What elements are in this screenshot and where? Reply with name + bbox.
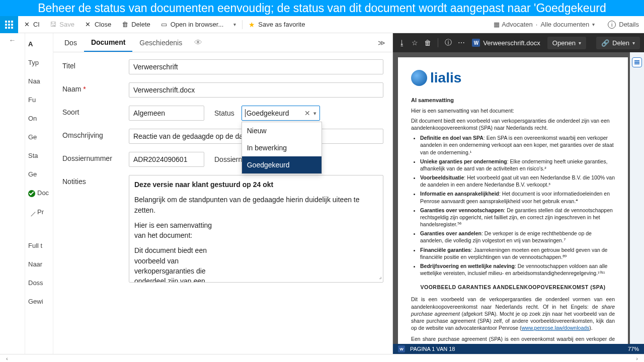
preview-text: Dit document biedt een voorbeeld van ver… <box>411 117 615 131</box>
preview-heading: AI samenvatting <box>411 97 615 104</box>
link[interactable]: www.penrose.law/downloads <box>521 325 589 331</box>
status-value: Goedgekeurd <box>247 109 301 117</box>
status-option[interactable]: In bewerking <box>242 139 321 156</box>
instruction-banner: Beheer de status van documenten eenvoudi… <box>0 0 644 16</box>
tabs-overflow[interactable]: ≫ <box>375 39 388 47</box>
notes-line: Belangrijk om de standpunten van de geda… <box>134 195 378 215</box>
close-button[interactable]: ✕Close <box>79 16 116 33</box>
app-launcher[interactable] <box>0 16 18 33</box>
text-caret <box>245 109 246 117</box>
filename-text: Verweerschrift.docx <box>483 39 540 47</box>
preview-paragraph: Dit is een voorbeeld van de verkopergara… <box>411 296 615 331</box>
grid-icon[interactable]: ▦ <box>494 21 499 28</box>
list-heading: A <box>25 39 53 49</box>
list-row[interactable]: Gewi <box>25 297 53 306</box>
info-icon[interactable]: ⓘ <box>443 36 453 49</box>
delete-label: Delete <box>131 21 150 28</box>
input-soort[interactable]: Algemeen <box>129 106 204 121</box>
label-omschrijving: Omschrijving <box>62 129 129 139</box>
list-row[interactable]: Ge <box>25 169 53 179</box>
notes-heading: Deze versie naar klant gestuurd op 24 ok… <box>134 180 273 189</box>
comments-icon[interactable] <box>632 57 642 67</box>
list-row[interactable]: Ge <box>25 132 53 142</box>
status-dropdown: NieuwIn bewerkingGoedgekeurd <box>242 122 322 174</box>
list-row[interactable]: Fu <box>25 95 53 105</box>
list-row[interactable]: On <box>25 114 53 123</box>
preview-filename: W Verweerschrift.docx <box>472 39 540 47</box>
external-icon: ▭ <box>160 21 168 28</box>
document-preview: ⭳ ☆ 🗑 ⓘ ⋯ W Verweerschrift.docx Openen▾ … <box>392 33 644 354</box>
breadcrumb-list[interactable]: Alle documenten <box>540 21 589 28</box>
visibility-icon[interactable]: 👁 <box>194 38 202 47</box>
save-label: Save <box>59 21 74 28</box>
chevron-down-icon[interactable]: ▾ <box>313 110 316 117</box>
form-tabs: Dos Document Geschiedenis 👁 ≫ <box>53 33 392 52</box>
window-bottom-bar: ‹ › <box>0 354 644 362</box>
star-icon[interactable]: ☆ <box>410 36 420 49</box>
overflow-dropdown[interactable]: ▾ <box>228 16 241 33</box>
trash-icon: 🗑 <box>121 21 128 28</box>
list-row[interactable]: Doc <box>25 188 53 198</box>
resize-handle-icon[interactable]: ⌟ <box>379 273 382 281</box>
list-row[interactable]: Doss <box>25 278 53 288</box>
details-toggle[interactable]: Details <box>619 21 639 28</box>
share-menu[interactable]: 🔗Delen▾ <box>596 37 640 49</box>
list-row[interactable]: Sta <box>25 151 53 160</box>
breadcrumb-sep: · <box>536 21 538 28</box>
x-icon: ✕ <box>23 21 30 28</box>
preview-paragraph: Een share purchase agreement (SPA) is ee… <box>411 335 615 344</box>
preview-bullet: Garanties over aandelen: De verkoper is … <box>420 230 615 244</box>
label-status: Status <box>214 109 234 117</box>
save-button[interactable]: 🖫Save <box>44 16 79 33</box>
notes-line: Dit document biedt een voorbeeld van ver… <box>134 245 235 283</box>
list-row[interactable]: Typ <box>25 58 53 67</box>
chevron-down-icon[interactable]: ▾ <box>592 22 595 27</box>
breadcrumb-view[interactable]: Advocaten <box>502 21 532 28</box>
word-icon: W <box>398 345 405 352</box>
separator <box>242 20 243 29</box>
open-menu[interactable]: Openen▾ <box>547 37 586 49</box>
preview-bullet: Garanties over vennootschappen: De garan… <box>420 207 615 228</box>
chevron-down-icon: ▾ <box>579 40 581 46</box>
save-favorite-button[interactable]: ★Save as favorite <box>244 16 310 33</box>
input-titel[interactable]: Verweerschrift <box>129 59 383 74</box>
star-icon: ★ <box>249 21 255 29</box>
status-option[interactable]: Nieuw <box>242 122 321 139</box>
close-left-label: Cl <box>33 21 39 28</box>
preview-bullet: Financiële garanties: Jaarrekeningen moe… <box>420 246 615 260</box>
label-notities: Notities <box>62 175 129 186</box>
scroll-left-icon[interactable]: ‹ <box>3 355 11 361</box>
list-row[interactable]: Full t <box>25 241 53 250</box>
separator <box>438 38 438 47</box>
status-option[interactable]: Goedgekeurd <box>242 156 321 173</box>
preview-bullet: Voorbeeldsituatie: Het voorbeeld gaat ui… <box>420 174 615 188</box>
input-naam[interactable]: Verweerschrift.docx <box>129 82 383 98</box>
trash-icon[interactable]: 🗑 <box>423 36 433 49</box>
list-row[interactable]: Naar <box>25 259 53 269</box>
preview-text: Hier is een samenvatting van het documen… <box>411 107 615 114</box>
more-icon[interactable]: ⋯ <box>456 36 466 49</box>
input-notities[interactable]: Deze versie naar klant gestuurd op 24 ok… <box>129 175 383 283</box>
clear-icon[interactable]: ✕ <box>301 109 313 117</box>
input-status[interactable]: Goedgekeurd ✕ ▾ <box>242 106 320 121</box>
preview-side-rail <box>630 52 644 344</box>
list-row[interactable]: Pr <box>25 207 53 217</box>
input-dossiernummer[interactable]: ADR2024090601 <box>129 152 204 167</box>
tab-history[interactable]: Geschiedenis <box>132 33 189 52</box>
preview-toolbar: ⭳ ☆ 🗑 ⓘ ⋯ W Verweerschrift.docx Openen▾ … <box>393 33 644 52</box>
tab-dossier[interactable]: Dos <box>57 33 84 52</box>
save-icon: 🖫 <box>49 21 56 28</box>
zoom-level[interactable]: 77% <box>628 346 639 352</box>
back-arrow-icon[interactable]: ← <box>9 36 16 44</box>
x-icon: ✕ <box>85 21 92 28</box>
download-icon[interactable]: ⭳ <box>397 36 407 49</box>
form-panel: Dos Document Geschiedenis 👁 ≫ Titel Verw… <box>53 33 392 354</box>
close-left-button[interactable]: ✕Cl <box>18 16 44 33</box>
info-icon[interactable]: i <box>608 21 616 29</box>
list-row[interactable]: Naa <box>25 76 53 86</box>
scroll-right-icon[interactable]: › <box>633 355 641 361</box>
open-in-browser-button[interactable]: ▭Open in browser... <box>155 16 229 33</box>
list-column: A TypNaaFuOnGeStaGeDocPrFull tNaarDossGe… <box>25 33 53 354</box>
tab-document[interactable]: Document <box>84 33 132 52</box>
delete-button[interactable]: 🗑Delete <box>116 16 155 33</box>
